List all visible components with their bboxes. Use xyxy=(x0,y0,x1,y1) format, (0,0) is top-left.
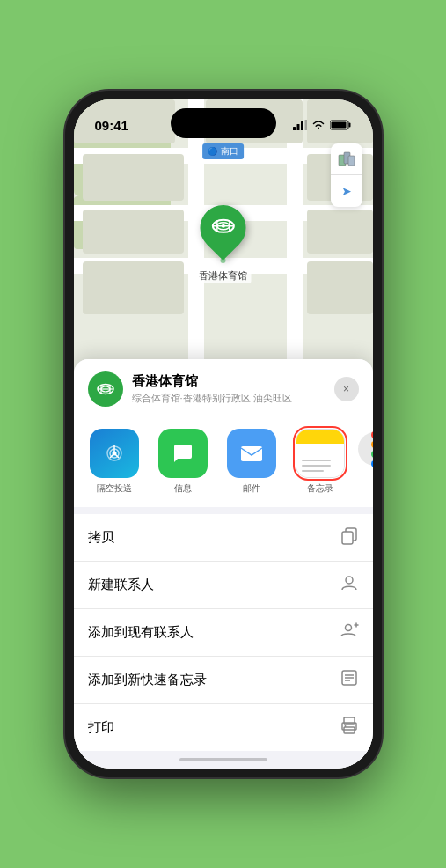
sheet-header: 香港体育馆 综合体育馆·香港特别行政区 油尖旺区 × xyxy=(74,359,373,416)
venue-description: 综合体育馆·香港特别行政区 油尖旺区 xyxy=(132,392,334,405)
stadium-icon xyxy=(211,214,236,243)
svg-point-15 xyxy=(222,224,225,228)
venue-info: 香港体育馆 综合体育馆·香港特别行政区 油尖旺区 xyxy=(132,373,334,405)
svg-point-39 xyxy=(344,725,346,727)
close-button[interactable]: × xyxy=(334,377,359,401)
status-icons xyxy=(293,120,352,133)
map-location-label: 🔵 香港体育馆南口 xyxy=(202,143,245,159)
notes-label: 备忘录 xyxy=(307,482,333,495)
add-note-icon xyxy=(340,668,359,692)
action-add-existing[interactable]: 添加到现有联系人 xyxy=(74,609,373,657)
mail-label: 邮件 xyxy=(243,482,260,495)
add-note-label: 添加到新快速备忘录 xyxy=(88,672,207,688)
venue-name: 香港体育馆 xyxy=(132,373,334,390)
share-item-mail[interactable]: 邮件 xyxy=(220,429,283,495)
svg-point-29 xyxy=(345,625,351,631)
airdrop-label: 隔空投送 xyxy=(97,482,132,495)
messages-label: 信息 xyxy=(174,482,192,495)
phone-screen: 09:41 xyxy=(74,99,373,769)
venue-avatar xyxy=(88,371,123,407)
svg-rect-25 xyxy=(241,446,262,461)
action-new-contact[interactable]: 新建联系人 xyxy=(74,562,373,609)
action-list: 拷贝 新建联系人 xyxy=(74,514,373,751)
stadium-marker: 香港体育馆 xyxy=(195,205,251,283)
battery-icon xyxy=(330,120,352,133)
phone-frame: 09:41 xyxy=(65,91,382,777)
svg-rect-6 xyxy=(331,122,346,129)
wifi-icon xyxy=(311,120,325,133)
svg-rect-9 xyxy=(348,156,355,166)
add-existing-icon xyxy=(340,621,359,644)
copy-label: 拷贝 xyxy=(88,529,114,546)
share-item-messages[interactable]: 信息 xyxy=(151,429,215,495)
status-time: 09:41 xyxy=(95,118,128,133)
new-contact-label: 新建联系人 xyxy=(88,577,154,593)
svg-point-28 xyxy=(346,577,353,584)
more-dots-icon xyxy=(358,432,373,466)
svg-rect-3 xyxy=(304,120,307,130)
print-label: 打印 xyxy=(88,719,114,736)
svg-rect-5 xyxy=(348,123,350,128)
marker-pin xyxy=(191,195,256,261)
svg-rect-2 xyxy=(301,121,303,130)
action-copy[interactable]: 拷贝 xyxy=(74,514,373,562)
map-type-button[interactable] xyxy=(331,143,362,175)
messages-icon xyxy=(158,429,208,478)
home-bar xyxy=(179,758,267,761)
signal-icon xyxy=(293,120,307,133)
share-item-airdrop[interactable]: 隔空投送 xyxy=(83,429,146,495)
close-icon: × xyxy=(343,383,349,395)
add-existing-label: 添加到现有联系人 xyxy=(88,624,194,641)
action-print[interactable]: 打印 xyxy=(74,704,373,751)
new-contact-icon xyxy=(340,573,359,597)
copy-icon xyxy=(340,526,359,549)
compass-button[interactable]: ➤ xyxy=(331,175,362,207)
svg-rect-0 xyxy=(293,127,296,130)
airdrop-icon xyxy=(90,429,139,478)
print-icon xyxy=(340,716,359,739)
mail-icon xyxy=(227,429,276,478)
svg-rect-1 xyxy=(296,124,299,130)
home-indicator xyxy=(74,751,373,769)
svg-rect-27 xyxy=(342,532,353,544)
dynamic-island xyxy=(171,108,276,138)
share-item-notes[interactable]: 备忘录 xyxy=(289,429,352,495)
map-controls: ➤ xyxy=(331,143,362,207)
bottom-sheet: 香港体育馆 综合体育馆·香港特别行政区 油尖旺区 × xyxy=(74,359,373,769)
venue-map-label: 香港体育馆 xyxy=(195,268,251,283)
notes-icon xyxy=(296,429,345,478)
share-row: 隔空投送 信息 xyxy=(74,416,373,514)
share-more-button[interactable] xyxy=(357,429,373,495)
action-add-note[interactable]: 添加到新快速备忘录 xyxy=(74,657,373,704)
